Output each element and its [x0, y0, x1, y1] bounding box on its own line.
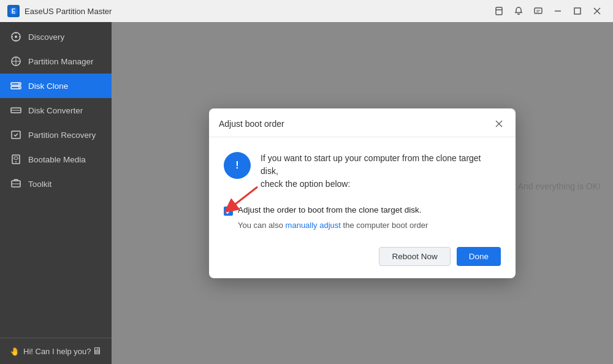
- bookmark-button[interactable]: [490, 2, 508, 20]
- done-button[interactable]: Done: [457, 247, 501, 266]
- svg-rect-2: [496, 7, 502, 15]
- dialog: Adjust boot order !: [209, 108, 516, 278]
- svg-text:!: !: [235, 160, 238, 170]
- sidebar-item-label: Bootable Media: [28, 155, 86, 164]
- app-title: EaseUS Partition Master: [25, 7, 112, 16]
- sidebar-item-label: Toolkit: [28, 180, 51, 189]
- red-arrow: [221, 184, 264, 218]
- info-text-content: If you want to start up your computer fr…: [261, 153, 481, 189]
- info-message: If you want to start up your computer fr…: [261, 152, 501, 191]
- app-logo: E: [7, 5, 20, 17]
- sidebar-item-toolkit[interactable]: Toolkit: [0, 172, 112, 196]
- bell-button[interactable]: [510, 2, 527, 20]
- sidebar-item-label: Disk Converter: [28, 106, 83, 115]
- maximize-button[interactable]: [569, 2, 586, 20]
- sidebar-item-disk-clone[interactable]: Disk Clone: [0, 74, 112, 98]
- feedback-button[interactable]: [530, 2, 547, 20]
- sidebar-item-discovery[interactable]: Discovery: [0, 25, 112, 49]
- content-area: from Disk 3. And everything is OK! Adjus…: [112, 22, 613, 364]
- main-layout: Discovery Partition Manager: [0, 22, 613, 364]
- partition-recovery-icon: [10, 129, 22, 141]
- sub-text: You can also manually adjust the compute…: [238, 221, 501, 230]
- partition-manager-icon: [10, 55, 22, 67]
- sidebar-footer: 🤚 Hi! Can I help you? 🖥: [0, 338, 112, 364]
- svg-text:E: E: [12, 8, 16, 15]
- manually-adjust-link[interactable]: manually adjust: [286, 221, 341, 230]
- sidebar-item-label: Disk Clone: [28, 82, 68, 91]
- svg-point-24: [15, 161, 17, 162]
- disk-clone-icon: [10, 80, 22, 92]
- bootable-media-icon: [10, 153, 22, 165]
- dialog-close-button[interactable]: [492, 117, 506, 131]
- help-label: Hi! Can I help you?: [23, 347, 91, 356]
- discovery-icon: [10, 31, 22, 43]
- svg-point-17: [18, 83, 20, 85]
- minimize-button[interactable]: [549, 2, 566, 20]
- sidebar-nav: Discovery Partition Manager: [0, 22, 112, 338]
- sidebar-item-label: Partition Manager: [28, 57, 94, 66]
- dialog-info: ! If you want to start up your computer …: [224, 152, 501, 191]
- sidebar-item-label: Partition Recovery: [28, 131, 96, 140]
- dialog-title: Adjust boot order: [219, 119, 284, 129]
- toolkit-icon: [10, 178, 22, 190]
- help-text[interactable]: 🤚 Hi! Can I help you?: [10, 347, 91, 356]
- sidebar-item-bootable-media[interactable]: Bootable Media: [0, 147, 112, 172]
- svg-rect-23: [14, 157, 18, 159]
- checkbox-label[interactable]: Adjust the order to boot from the clone …: [238, 205, 421, 214]
- dialog-body: ! If you want to start up your computer …: [209, 137, 516, 240]
- sidebar-item-partition-manager[interactable]: Partition Manager: [0, 49, 112, 74]
- dialog-header: Adjust boot order: [209, 108, 516, 137]
- close-button[interactable]: [588, 2, 606, 20]
- checkbox-section: Adjust the order to boot from the clone …: [224, 205, 501, 230]
- checkbox-row: Adjust the order to boot from the clone …: [224, 205, 501, 216]
- sub-text-after: the computer boot order: [341, 221, 428, 230]
- modal-overlay: Adjust boot order !: [112, 22, 613, 364]
- titlebar-controls: [490, 2, 606, 20]
- monitor-icon[interactable]: 🖥: [92, 346, 102, 357]
- sidebar-item-label: Discovery: [28, 32, 64, 42]
- disk-converter-icon: [10, 104, 22, 116]
- svg-point-9: [15, 36, 17, 38]
- svg-point-18: [18, 87, 20, 88]
- dialog-footer: Reboot Now Done: [209, 240, 516, 278]
- sidebar: Discovery Partition Manager: [0, 22, 112, 364]
- titlebar-left: E EaseUS Partition Master: [7, 5, 112, 17]
- svg-rect-5: [574, 8, 581, 14]
- info-icon: !: [224, 152, 251, 179]
- reboot-now-button[interactable]: Reboot Now: [379, 247, 450, 266]
- help-emoji: 🤚: [10, 347, 20, 356]
- titlebar: E EaseUS Partition Master: [0, 0, 613, 22]
- sub-text-before: You can also: [238, 221, 286, 230]
- sidebar-item-partition-recovery[interactable]: Partition Recovery: [0, 123, 112, 147]
- sidebar-item-disk-converter[interactable]: Disk Converter: [0, 98, 112, 123]
